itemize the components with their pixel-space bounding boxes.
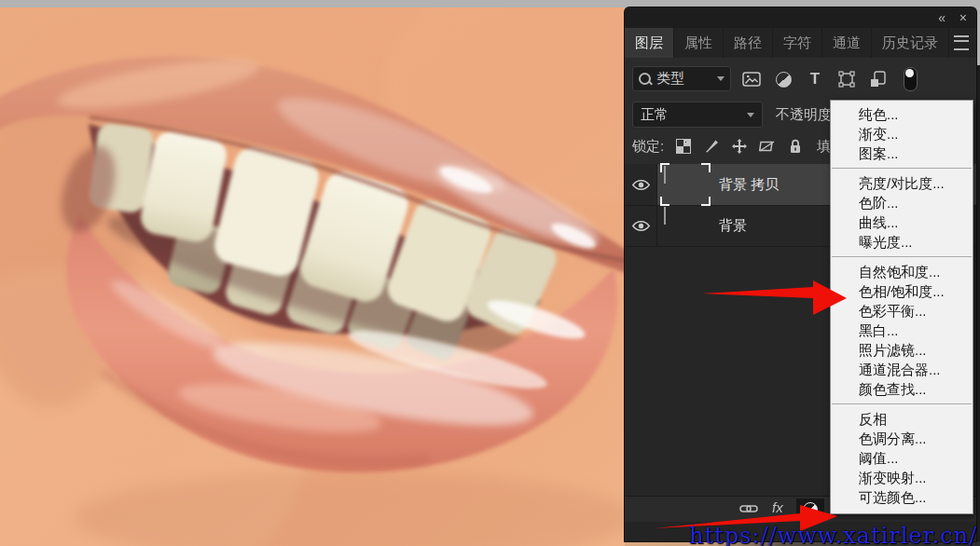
type-layer-filter-icon[interactable]: T xyxy=(806,70,824,89)
new-adjustment-layer-button[interactable] xyxy=(796,498,824,521)
blend-mode-value: 正常 xyxy=(641,106,669,124)
bottom-edge-strip xyxy=(625,541,980,546)
photoshop-window: « × 图层 属性 路径 字符 通道 历史记录 类型 T xyxy=(0,0,980,546)
menu-item-exposure[interactable]: 曝光度... xyxy=(831,232,973,252)
window-right-edge xyxy=(976,65,980,541)
layer-thumbnail[interactable] xyxy=(664,167,707,202)
tab-paths[interactable]: 路径 xyxy=(724,28,773,58)
menu-item-threshold[interactable]: 阈值... xyxy=(831,448,973,468)
menu-item-selective-color[interactable]: 可选颜色... xyxy=(831,487,973,507)
menu-item-black-white[interactable]: 黑白... xyxy=(831,321,973,340)
visibility-eye-icon[interactable] xyxy=(632,179,650,191)
menu-item-hue-saturation[interactable]: 色相/饱和度... xyxy=(831,281,973,301)
layer-name[interactable]: 背景 xyxy=(719,217,747,235)
lock-all-icon[interactable] xyxy=(787,138,804,155)
menu-item-solid-color[interactable]: 纯色... xyxy=(831,104,973,124)
panel-titlebar: « × xyxy=(625,7,976,28)
menu-item-levels[interactable]: 色阶... xyxy=(831,193,973,212)
selection-bracket xyxy=(701,163,711,172)
opacity-label: 不透明度 xyxy=(776,106,832,124)
tab-layers[interactable]: 图层 xyxy=(625,28,674,58)
smart-object-filter-icon[interactable] xyxy=(869,70,888,89)
menu-item-brightness-contrast[interactable]: 亮度/对比度... xyxy=(831,173,973,193)
lock-label: 锁定: xyxy=(632,138,664,156)
menu-item-channel-mixer[interactable]: 通道混合器... xyxy=(831,360,973,379)
tab-history[interactable]: 历史记录 xyxy=(872,28,949,58)
menu-item-pattern[interactable]: 图案... xyxy=(831,143,973,163)
panel-menu-hamburger-icon[interactable] xyxy=(954,35,969,50)
lock-position-icon[interactable] xyxy=(731,138,748,155)
blend-mode-select[interactable]: 正常 xyxy=(632,102,763,128)
layer-effects-icon[interactable]: fx xyxy=(772,499,783,515)
panel-tabbar: 图层 属性 路径 字符 通道 历史记录 xyxy=(625,28,976,58)
menu-item-gradient-map[interactable]: 渐变映射... xyxy=(831,468,973,487)
tab-character[interactable]: 字符 xyxy=(773,28,822,58)
menu-item-gradient[interactable]: 渐变... xyxy=(831,124,973,143)
visibility-eye-icon[interactable] xyxy=(632,220,650,232)
menu-separator xyxy=(832,256,972,257)
tab-channels[interactable]: 通道 xyxy=(822,28,872,58)
close-panel-icon[interactable]: × xyxy=(959,9,967,26)
menu-item-color-lookup[interactable]: 颜色查找... xyxy=(831,379,973,399)
panel-bottom-area xyxy=(625,522,976,541)
adjustment-layer-menu: 纯色... 渐变... 图案... 亮度/对比度... 色阶... 曲线... … xyxy=(830,100,973,514)
adjustment-layer-filter-icon[interactable] xyxy=(774,70,793,89)
layer-name[interactable]: 背景 拷贝 xyxy=(719,176,779,194)
chevron-down-icon xyxy=(747,113,754,117)
menu-item-color-balance[interactable]: 色彩平衡... xyxy=(831,301,973,321)
filter-toggle-icon[interactable] xyxy=(901,70,919,89)
chevron-down-icon xyxy=(717,76,725,81)
menu-item-photo-filter[interactable]: 照片滤镜... xyxy=(831,340,973,360)
magnifier-icon xyxy=(639,73,651,85)
link-layers-icon[interactable] xyxy=(739,501,758,518)
menu-item-curves[interactable]: 曲线... xyxy=(831,212,973,232)
menu-item-posterize[interactable]: 色调分离... xyxy=(831,429,973,448)
filter-kind-label: 类型 xyxy=(656,70,711,88)
menu-separator xyxy=(832,403,972,404)
filter-kind-select[interactable]: 类型 xyxy=(632,66,731,91)
lock-artboard-icon[interactable] xyxy=(759,138,776,155)
new-adjustment-layer-icon xyxy=(803,502,818,517)
tab-properties[interactable]: 属性 xyxy=(674,28,724,58)
collapse-panel-icon[interactable]: « xyxy=(938,9,945,26)
lock-pixels-brush-icon[interactable] xyxy=(703,138,720,155)
lock-transparency-icon[interactable] xyxy=(675,138,692,155)
shape-layer-filter-icon[interactable] xyxy=(837,70,856,89)
layer-filter-row: 类型 T xyxy=(625,63,976,97)
document-canvas-photo[interactable] xyxy=(0,7,625,546)
menu-separator xyxy=(832,168,972,169)
mouth-photo-illustration xyxy=(0,7,625,546)
menu-item-invert[interactable]: 反相 xyxy=(831,409,973,429)
pixel-layer-filter-icon[interactable] xyxy=(742,70,761,89)
menu-item-vibrance[interactable]: 自然饱和度... xyxy=(831,262,973,281)
selection-bracket xyxy=(660,163,669,172)
layer-thumbnail[interactable] xyxy=(664,208,707,243)
